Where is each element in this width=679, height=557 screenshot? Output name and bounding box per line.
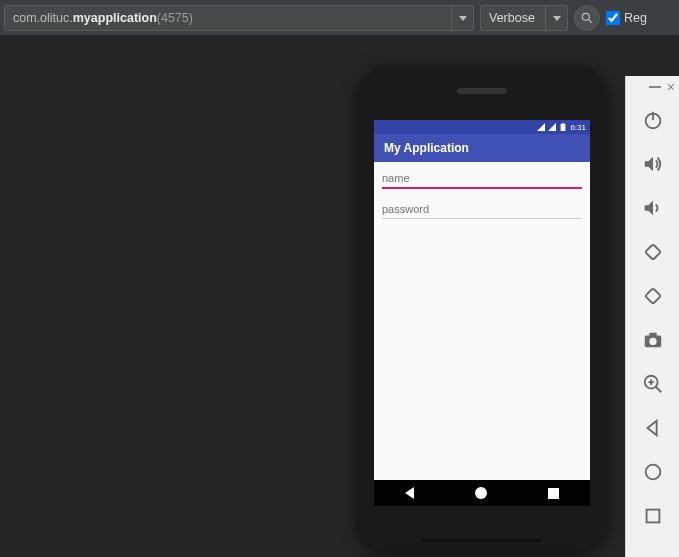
emulator-device-frame: 6:31 My Application <box>358 66 606 550</box>
android-navbar <box>374 480 590 506</box>
svg-marker-8 <box>644 157 652 172</box>
svg-rect-11 <box>645 288 661 304</box>
zoom-button[interactable] <box>631 362 675 406</box>
log-level-label: Verbose <box>489 11 535 25</box>
svg-point-20 <box>645 465 660 480</box>
rotate-left-button[interactable] <box>631 230 675 274</box>
name-field[interactable] <box>382 168 582 189</box>
search-button[interactable] <box>574 5 600 31</box>
chevron-down-icon[interactable] <box>545 6 567 32</box>
minimize-icon[interactable] <box>649 86 661 88</box>
app-toolbar: My Application <box>374 134 590 162</box>
process-pid: (4575) <box>157 11 193 25</box>
nav-back-icon[interactable] <box>405 487 414 499</box>
svg-marker-2 <box>537 123 545 131</box>
svg-point-13 <box>649 338 656 345</box>
power-icon <box>642 109 664 131</box>
svg-marker-9 <box>644 201 652 216</box>
log-level-dropdown[interactable]: Verbose <box>480 5 568 31</box>
nav-recent-icon[interactable] <box>548 488 559 499</box>
logcat-toolbar: com.olituc.myapplication (4575) Verbose … <box>0 0 679 36</box>
app-content <box>374 162 590 235</box>
zoom-in-icon <box>642 373 664 395</box>
svg-marker-19 <box>647 421 656 436</box>
svg-point-0 <box>582 13 589 20</box>
recent-button[interactable] <box>631 494 675 538</box>
workspace: 6:31 My Application × <box>0 36 679 557</box>
side-panel-titlebar: × <box>626 76 679 98</box>
signal-icon <box>537 123 545 131</box>
svg-line-1 <box>589 19 592 22</box>
screenshot-button[interactable] <box>631 318 675 362</box>
wifi-icon <box>548 123 556 131</box>
svg-marker-3 <box>548 123 556 131</box>
svg-rect-10 <box>645 244 661 260</box>
svg-rect-14 <box>649 333 656 337</box>
svg-line-16 <box>655 387 661 393</box>
process-dropdown[interactable]: com.olituc.myapplication (4575) <box>4 5 474 31</box>
volume-down-button[interactable] <box>631 186 675 230</box>
home-button[interactable] <box>631 450 675 494</box>
app-title: My Application <box>384 141 469 155</box>
process-prefix: com.olituc. <box>13 11 73 25</box>
rotate-right-icon <box>642 285 664 307</box>
close-icon[interactable]: × <box>667 80 675 94</box>
battery-icon <box>559 123 567 131</box>
volume-down-icon <box>642 197 664 219</box>
emulator-side-panel: × <box>625 76 679 557</box>
chevron-down-icon[interactable] <box>451 6 473 32</box>
regex-label: Reg <box>624 11 647 25</box>
rotate-left-icon <box>642 241 664 263</box>
emulator-screen: 6:31 My Application <box>374 120 590 506</box>
volume-up-button[interactable] <box>631 142 675 186</box>
regex-checkbox-input[interactable] <box>606 11 620 25</box>
regex-checkbox[interactable]: Reg <box>606 11 647 25</box>
android-statusbar: 6:31 <box>374 120 590 134</box>
process-bold: myapplication <box>73 11 157 25</box>
svg-rect-21 <box>646 510 659 523</box>
password-field[interactable] <box>382 199 582 219</box>
more-icon <box>642 549 664 557</box>
rotate-right-button[interactable] <box>631 274 675 318</box>
statusbar-time: 6:31 <box>570 123 586 132</box>
power-button[interactable] <box>631 98 675 142</box>
nav-home-icon[interactable] <box>475 487 487 499</box>
volume-up-icon <box>642 153 664 175</box>
svg-rect-4 <box>561 124 566 131</box>
camera-icon <box>642 329 664 351</box>
home-icon <box>642 461 664 483</box>
more-button[interactable] <box>631 538 675 557</box>
recent-icon <box>642 505 664 527</box>
svg-rect-5 <box>563 123 565 124</box>
search-icon <box>580 11 594 25</box>
back-button[interactable] <box>631 406 675 450</box>
back-icon <box>642 417 664 439</box>
